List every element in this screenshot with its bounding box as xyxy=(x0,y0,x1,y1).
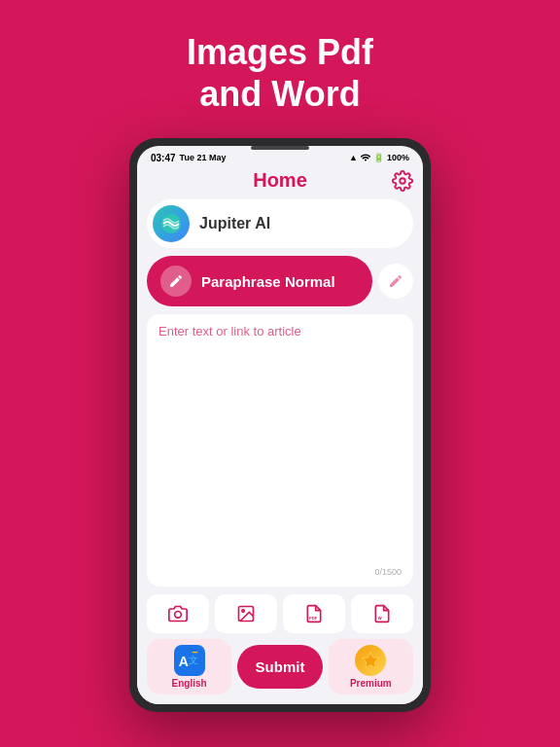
bottom-row: A 文 English Submit xyxy=(147,639,413,694)
settings-icon[interactable] xyxy=(392,170,413,192)
wifi-icon xyxy=(361,152,370,163)
paraphrase-icon-left xyxy=(160,266,192,297)
page-title: Images Pdf and Word xyxy=(187,31,373,115)
svg-point-4 xyxy=(242,610,245,613)
word-button[interactable]: W xyxy=(351,594,413,633)
device-screen: 03:47 Tue 21 May ▲ 🔋 100% Home xyxy=(137,146,423,704)
svg-text:W: W xyxy=(378,616,382,621)
svg-marker-10 xyxy=(363,653,379,668)
language-icon: A 文 xyxy=(174,645,205,676)
camera-button[interactable] xyxy=(147,594,209,633)
home-header: Home xyxy=(147,165,413,199)
jupiter-card[interactable]: Jupiter AI xyxy=(147,199,413,248)
action-icons-row: PDF W xyxy=(147,594,413,633)
submit-button[interactable]: Submit xyxy=(237,645,322,689)
paraphrase-row: Paraphrase Normal xyxy=(147,256,413,306)
image-button[interactable] xyxy=(215,594,277,633)
svg-text:文: 文 xyxy=(188,655,197,665)
svg-text:PDF: PDF xyxy=(309,616,318,621)
text-input-area[interactable]: Enter text or link to article 0/1500 xyxy=(147,314,413,587)
paraphrase-icon-right[interactable] xyxy=(378,264,413,299)
device-notch xyxy=(251,146,309,150)
signal-icon: ▲ xyxy=(349,153,358,162)
status-time: 03:47 xyxy=(151,153,176,163)
paraphrase-button[interactable]: Paraphrase Normal xyxy=(147,256,372,306)
jupiter-logo xyxy=(153,205,190,242)
language-label: English xyxy=(172,678,207,689)
battery-percent: 100% xyxy=(387,153,409,162)
status-icons: ▲ 🔋 100% xyxy=(349,152,409,163)
svg-point-2 xyxy=(175,612,182,619)
paraphrase-label: Paraphrase Normal xyxy=(201,273,335,290)
language-button[interactable]: A 文 English xyxy=(147,639,231,694)
svg-point-0 xyxy=(400,178,405,184)
premium-button[interactable]: Premium xyxy=(329,639,413,694)
device-frame: 03:47 Tue 21 May ▲ 🔋 100% Home xyxy=(129,138,431,712)
status-date: Tue 21 May xyxy=(180,153,227,162)
jupiter-label: Jupiter AI xyxy=(199,215,270,232)
char-count: 0/1500 xyxy=(158,567,402,577)
premium-label: Premium xyxy=(350,678,392,689)
svg-text:A: A xyxy=(178,654,188,669)
premium-icon xyxy=(355,645,386,676)
text-placeholder: Enter text or link to article xyxy=(158,324,402,338)
pdf-button[interactable]: PDF xyxy=(283,594,345,633)
battery-icon: 🔋 xyxy=(373,153,384,162)
home-title: Home xyxy=(253,169,307,192)
app-content: Home Jupiter xyxy=(137,165,423,704)
